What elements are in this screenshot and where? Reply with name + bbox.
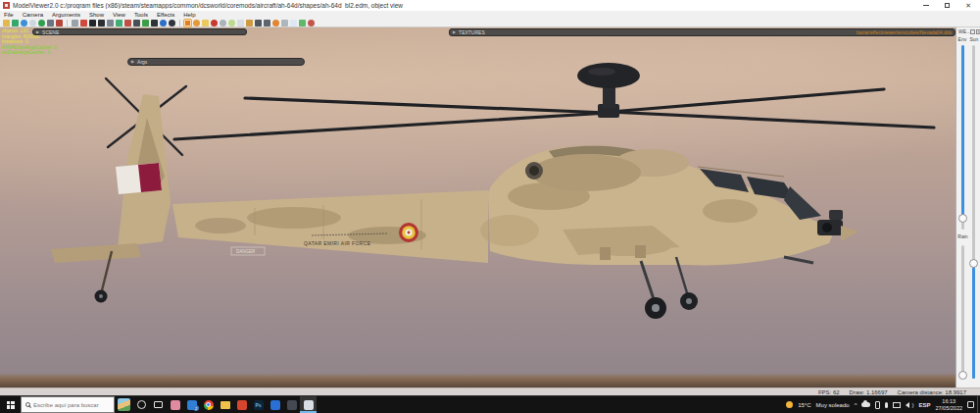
bar-chart-icon[interactable] bbox=[184, 20, 191, 26]
microphone-icon[interactable] bbox=[885, 402, 888, 408]
undock-panel-icon[interactable] bbox=[970, 29, 975, 34]
rain-slider-thumb[interactable] bbox=[958, 371, 967, 380]
crosshair-red-icon[interactable] bbox=[80, 20, 87, 26]
walk-figure-icon[interactable] bbox=[107, 20, 114, 26]
black-box-icon[interactable] bbox=[89, 20, 96, 26]
your-phone-icon[interactable] bbox=[875, 401, 880, 409]
textures-panel-label: TEXTURES bbox=[459, 29, 485, 35]
scene-panel-bar[interactable]: ▶ SCENE bbox=[32, 28, 247, 35]
menu-item-arguments[interactable]: Arguments bbox=[52, 11, 80, 19]
maximize-icon[interactable] bbox=[945, 3, 950, 8]
volume-wave-icon: ) bbox=[911, 402, 913, 408]
figure-icon[interactable] bbox=[72, 20, 78, 26]
sphere-green-icon[interactable] bbox=[38, 20, 45, 26]
film-icon[interactable] bbox=[133, 20, 140, 26]
page-blue-icon[interactable] bbox=[290, 20, 297, 26]
figure-dark-icon[interactable] bbox=[255, 20, 262, 26]
sphere-olive-icon[interactable] bbox=[228, 20, 235, 26]
sphere-gray-icon[interactable] bbox=[220, 20, 226, 26]
grid-green-icon[interactable] bbox=[299, 20, 306, 26]
mail-icon[interactable]: 2 bbox=[183, 396, 200, 413]
hidden-icons-chevron[interactable]: ^ bbox=[855, 402, 858, 408]
photoshop-icon[interactable]: Ps bbox=[250, 396, 267, 413]
horizontal-stabilizer bbox=[51, 243, 141, 263]
search-input[interactable] bbox=[33, 402, 110, 408]
rotate-ccw-icon[interactable] bbox=[169, 20, 175, 26]
app-pink-icon[interactable] bbox=[167, 396, 183, 413]
args-panel-bar[interactable]: ▶ Args bbox=[127, 58, 305, 66]
menu-item-help[interactable]: Help bbox=[183, 11, 195, 19]
minimize-icon[interactable] bbox=[923, 5, 929, 6]
volume-icon[interactable] bbox=[906, 402, 909, 408]
env-slider-fill bbox=[961, 45, 964, 218]
language-indicator[interactable]: ESP bbox=[918, 402, 930, 408]
force-marking: QATAR EMIRI AIR FORCE bbox=[304, 240, 371, 246]
arrow-left-icon[interactable] bbox=[116, 20, 122, 26]
globe-blue-icon[interactable] bbox=[21, 20, 27, 26]
debug-line: onDrawArgsCacher: 0 bbox=[2, 50, 57, 56]
edit-page-icon[interactable] bbox=[237, 20, 244, 26]
sphere-red-icon[interactable] bbox=[211, 20, 218, 26]
app-red-icon[interactable] bbox=[233, 396, 250, 413]
tray-temperature[interactable]: 15°C bbox=[798, 402, 810, 408]
start-button[interactable] bbox=[0, 396, 21, 413]
menu-item-effects[interactable]: Effects bbox=[157, 11, 174, 19]
cloud-icon[interactable] bbox=[264, 20, 270, 26]
refresh-icon[interactable] bbox=[12, 20, 19, 26]
tripod-icon[interactable] bbox=[98, 20, 105, 26]
onedrive-icon[interactable] bbox=[861, 402, 870, 407]
search-highlight-icon[interactable] bbox=[118, 398, 130, 411]
menu-item-camera[interactable]: Camera bbox=[23, 11, 43, 19]
cortana-icon-glyph bbox=[137, 400, 146, 409]
close-icon[interactable]: ✕ bbox=[965, 2, 971, 9]
modelviewer-taskbar-icon[interactable] bbox=[300, 396, 317, 413]
app-blue-icon[interactable] bbox=[267, 396, 283, 413]
rain-slider[interactable] bbox=[961, 245, 964, 379]
sun-slider-thumb[interactable] bbox=[969, 259, 978, 268]
menu-item-tools[interactable]: Tools bbox=[134, 11, 148, 19]
args-panel-label: Args bbox=[137, 59, 147, 65]
roundel bbox=[399, 223, 418, 242]
sphere-orange-icon[interactable] bbox=[272, 20, 279, 26]
menu-item-file[interactable]: File bbox=[4, 11, 14, 19]
expand-arrow-icon: ▶ bbox=[36, 30, 39, 34]
figure-light-icon[interactable] bbox=[281, 20, 288, 26]
terrain-band bbox=[0, 373, 980, 387]
clock[interactable]: 16:13 27/05/2022 bbox=[935, 398, 962, 411]
model-viewport[interactable]: QATAR EMIRI AIR FORCE DANGER objects: 22… bbox=[0, 27, 980, 395]
textures-panel-bar[interactable]: ▶ TEXTURES bazar/effectviewer/envcubes/N… bbox=[449, 28, 956, 36]
task-view-icon[interactable] bbox=[150, 396, 167, 413]
draw-value: Draw: 1.16697 bbox=[850, 389, 888, 395]
rotate-cw-icon[interactable] bbox=[160, 20, 167, 26]
search-icon bbox=[25, 402, 30, 407]
material-red-icon[interactable] bbox=[56, 20, 63, 26]
sphere-disabled-icon[interactable] bbox=[308, 20, 315, 26]
screen-dark-icon[interactable] bbox=[151, 20, 158, 26]
env-slider-thumb[interactable] bbox=[958, 214, 967, 223]
dot-orange-icon[interactable] bbox=[193, 20, 200, 26]
weather-panel-title: WE... bbox=[958, 28, 970, 34]
clock-date: 27/05/2022 bbox=[935, 405, 962, 412]
action-center-icon[interactable] bbox=[967, 401, 974, 408]
open-file-icon[interactable] bbox=[3, 20, 10, 26]
taskbar-search[interactable] bbox=[21, 396, 115, 413]
arrow-right-icon[interactable] bbox=[124, 20, 131, 26]
chrome-icon[interactable] bbox=[200, 396, 217, 413]
cortana-icon[interactable] bbox=[133, 396, 150, 413]
weather-sun-icon[interactable] bbox=[786, 401, 793, 408]
menu-item-view[interactable]: View bbox=[113, 11, 125, 19]
palette-icon[interactable] bbox=[142, 20, 149, 26]
folder-icon[interactable] bbox=[202, 20, 209, 26]
image-viewer-icon[interactable] bbox=[283, 396, 300, 413]
window-title: ModelViewer2.0 c:/program files (x86)/st… bbox=[13, 2, 914, 9]
menu-item-show[interactable]: Show bbox=[89, 11, 104, 19]
file-explorer-icon-glyph bbox=[220, 401, 230, 409]
tray-weather-condition[interactable]: Muy soleado bbox=[816, 402, 850, 408]
monitor-icon[interactable] bbox=[47, 20, 54, 26]
danger-marking: DANGER bbox=[236, 249, 256, 254]
file-explorer-icon[interactable] bbox=[217, 396, 233, 413]
flag-icon[interactable] bbox=[246, 20, 253, 26]
display-icon[interactable] bbox=[893, 402, 901, 408]
close-panel-icon[interactable]: ✕ bbox=[976, 29, 980, 34]
sphere-light-icon[interactable] bbox=[29, 20, 36, 26]
